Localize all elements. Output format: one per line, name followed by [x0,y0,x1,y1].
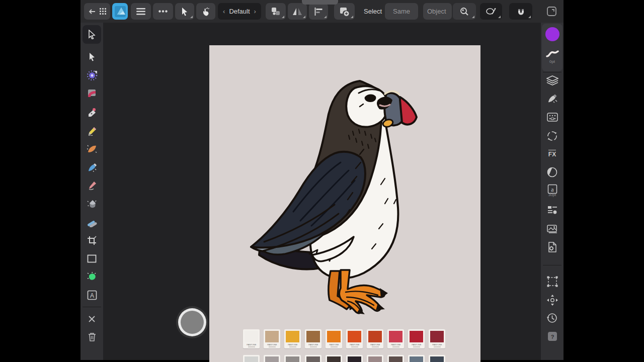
pixel-panel-icon[interactable] [541,110,564,125]
swatch-color [368,331,382,342]
selection-brush-tool[interactable] [80,269,103,284]
back-arrow-icon [88,9,96,15]
fx-label: FX [548,150,556,158]
pantone-swatch: PANTONE [429,329,445,348]
fill-color-swatch[interactable] [541,27,564,42]
swatch-color [327,331,341,342]
delete-tool[interactable] [80,329,103,344]
swatch-color [245,331,258,342]
help-icon[interactable]: ? [541,329,564,344]
align-button[interactable] [309,3,328,20]
hamburger-menu-icon [136,8,145,15]
pantone-swatch: PANTONE [387,355,404,362]
chevron-left-icon: ‹ [223,8,225,15]
same-button-label: Same [393,8,410,15]
swatch-code [269,346,276,347]
affinity-designer-window: ‹ Default › Select Same Object [80,0,564,360]
touch-indicator [178,308,206,336]
select-same-button[interactable]: Same [385,3,418,20]
left-tool-strip: A [80,23,103,360]
more-button[interactable] [153,3,173,20]
image-icon[interactable] [541,221,564,236]
zoom-icon [460,7,469,16]
fill-tool[interactable] [80,196,103,211]
move-tool[interactable] [80,49,103,64]
transform-panel-icon[interactable] [541,274,564,289]
view-mode-button[interactable] [480,3,502,20]
boolean-button[interactable] [334,3,355,20]
handle-pill[interactable] [302,0,338,5]
point-transform-tool[interactable] [80,68,103,83]
pantone-swatch: PANTONE [305,355,321,362]
swatch-code [310,346,317,347]
document-canvas[interactable]: PANTONEPANTONEPANTONEPANTONEPANTONEPANTO… [209,45,480,362]
pantone-swatch: PANTONE [326,355,342,362]
menu-button[interactable] [131,3,151,20]
snapping-button[interactable] [509,3,532,20]
pantone-swatch: PANTONE [387,329,404,348]
swatch-color [368,356,382,362]
swatch-color [410,356,423,362]
insert-object-button[interactable] [266,3,286,20]
paint-brush-tool[interactable] [80,160,103,175]
swatch-code [372,346,379,347]
swatch-brand-label: PANTONE [267,343,277,345]
pen-tool[interactable] [80,105,103,120]
font-size-value: 30pt [541,193,564,197]
panel-divider [543,265,561,265]
style-brush-tool[interactable] [80,215,103,230]
swatch-color [286,331,299,342]
pasteboard[interactable]: PANTONEPANTONEPANTONEPANTONEPANTONEPANTO… [103,23,541,360]
swatch-color [306,331,320,342]
puffin-illustration [234,73,425,314]
history-icon[interactable] [541,310,564,325]
symbols-icon[interactable] [541,128,564,143]
rectangle-tool[interactable] [80,251,103,266]
select-object-button[interactable]: Object [423,3,452,20]
knife-tool[interactable] [80,178,103,193]
select-cursor-tool[interactable] [83,25,101,44]
crop-tool[interactable] [80,233,103,248]
swatch-color [410,331,423,342]
zoom-button[interactable] [453,3,476,20]
fullscreen-icon[interactable] [547,7,556,16]
app-grid-icon [100,8,106,15]
object-button-label: Object [427,8,452,15]
close-tool[interactable] [80,311,103,326]
boolean-add-icon [340,7,349,16]
preset-dropdown[interactable]: ‹ Default › [218,3,261,20]
home-button[interactable] [84,3,110,20]
gesture-button[interactable] [196,3,215,20]
pencil-tool[interactable] [80,123,103,138]
cursor-tool-icon [181,7,189,16]
align-icon [314,8,323,16]
pantone-swatch: PANTONE [284,329,301,348]
pantone-swatch: PANTONE [367,329,383,348]
swatch-brand-label: PANTONE [412,343,421,345]
stroke-width-value: 0pt [541,59,564,64]
document-settings-icon[interactable] [541,239,564,254]
swatch-color [265,331,279,342]
vector-brush-tool[interactable] [80,141,103,156]
pantone-swatch: PANTONE [243,355,260,362]
pantone-swatch: PANTONE [264,355,280,362]
swatch-brand-label: PANTONE [308,343,318,345]
navigator-icon[interactable] [541,293,564,308]
swatch-brand-label: PANTONE [329,343,339,345]
paragraph-icon[interactable] [541,203,564,218]
select-tool-button[interactable] [175,3,194,20]
swatch-color [327,356,341,362]
text-tool[interactable]: A [80,288,103,303]
flip-button[interactable] [288,3,307,20]
adjustments-icon[interactable] [541,164,564,179]
swatch-color [430,356,444,362]
fx-icon[interactable]: FX [541,146,564,161]
layers-icon[interactable] [541,73,564,88]
affinity-designer-logo[interactable] [112,3,128,20]
pantone-swatch: PANTONE [284,355,301,362]
swatch-brand-label: PANTONE [391,343,400,345]
pantone-swatch: PANTONE [346,329,363,348]
corner-tool[interactable] [80,86,103,101]
swatch-color [286,356,299,362]
brushes-icon[interactable] [541,91,564,106]
